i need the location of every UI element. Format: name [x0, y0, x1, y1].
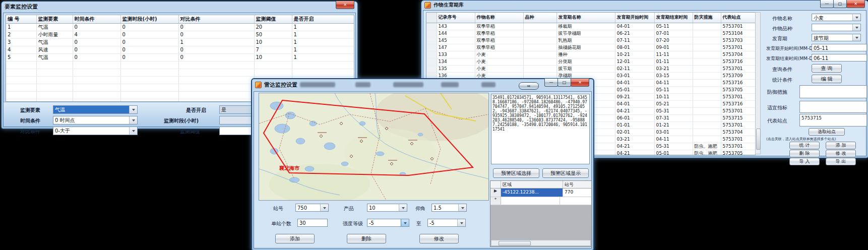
- chevron-down-icon[interactable]: [320, 204, 328, 211]
- column-header[interactable]: 监测要素: [36, 15, 73, 23]
- vertical-scrollbar[interactable]: [755, 12, 761, 154]
- export-button[interactable]: 导 出: [826, 158, 856, 165]
- column-header[interactable]: 时间条件: [73, 15, 120, 23]
- start-time-input[interactable]: 05-11: [812, 44, 867, 51]
- time-condition-combobox[interactable]: 0 时间点: [53, 116, 138, 124]
- grid-column-area[interactable]: 区域: [501, 181, 563, 188]
- to-combobox[interactable]: -5: [427, 219, 466, 227]
- table-row[interactable]: 145双季早稻乳熟期07-1107-205753703: [426, 37, 755, 44]
- app-icon: [424, 2, 431, 9]
- column-header[interactable]: 编 号: [6, 15, 36, 23]
- table-cell: 05-01: [654, 150, 693, 155]
- restore-icon[interactable]: ⇔: [519, 82, 539, 90]
- chevron-down-icon[interactable]: [129, 127, 137, 135]
- edit-button[interactable]: 编 辑: [812, 75, 842, 83]
- table-row[interactable]: [6, 69, 354, 76]
- table-row[interactable]: [6, 61, 354, 69]
- minimize-icon[interactable]: —: [820, 0, 834, 8]
- chevron-down-icon[interactable]: [401, 219, 409, 226]
- table-cell: [693, 129, 721, 136]
- column-header[interactable]: 防灾措施: [693, 13, 721, 23]
- elevation-combobox[interactable]: 1.5: [431, 204, 467, 212]
- chevron-down-icon[interactable]: [129, 106, 137, 113]
- column-header[interactable]: 监测阈值: [254, 15, 292, 23]
- pick-station-button[interactable]: 选取站点: [809, 128, 845, 136]
- table-cell: 03-01: [654, 129, 693, 136]
- column-header[interactable]: 监测时段(小时): [120, 15, 178, 23]
- close-icon[interactable]: ✕: [336, 1, 354, 9]
- warning-area-select-button[interactable]: 预警区域选择: [493, 168, 539, 178]
- minimize-icon[interactable]: —: [544, 79, 558, 87]
- crop-name-combobox[interactable]: 小麦: [812, 14, 861, 21]
- delete-button[interactable]: 删 除: [789, 150, 820, 157]
- table-cell: 5753701: [721, 143, 755, 150]
- grid-row-selected[interactable]: ▶ -45122.12238... 770: [490, 189, 591, 197]
- table-row[interactable]: 2小时雨量400501: [6, 31, 354, 38]
- warning-area-show-button[interactable]: 预警区域显示: [542, 168, 589, 178]
- column-header[interactable]: 作物名称: [475, 13, 523, 23]
- stat-button[interactable]: 统 计: [789, 142, 820, 149]
- table-cell: 01-21: [654, 121, 693, 129]
- column-header[interactable]: 对比条件: [178, 15, 254, 23]
- column-header[interactable]: 发育期开始时间: [615, 13, 654, 23]
- scrollbar-thumb[interactable]: [756, 129, 761, 150]
- table-row[interactable]: 3气温001101: [6, 38, 354, 46]
- close-icon[interactable]: ✕: [571, 79, 589, 87]
- element-combobox[interactable]: 气温: [53, 105, 138, 114]
- station-no-combobox[interactable]: 750: [295, 204, 329, 212]
- chevron-down-icon[interactable]: [457, 219, 465, 226]
- suitable-textarea[interactable]: [799, 101, 867, 113]
- table-row[interactable]: 135小麦拔节期02-1103-215753701: [426, 65, 755, 72]
- maximize-icon[interactable]: □: [833, 0, 847, 8]
- table-row[interactable]: 144双季早稻拔节孕穗期06-2107-015753104: [426, 30, 755, 37]
- map-view[interactable]: 襄北海市: [259, 93, 489, 201]
- add-button[interactable]: 添 加: [826, 142, 856, 149]
- chevron-down-icon[interactable]: [852, 34, 860, 41]
- maximize-icon[interactable]: □: [557, 79, 571, 87]
- horizontal-scrollbar[interactable]: [491, 240, 591, 246]
- titlebar[interactable]: 作物生育期库 — □ ✕: [421, 1, 868, 10]
- grid-column-station[interactable]: 站号: [563, 181, 591, 188]
- scrollbar-thumb[interactable]: [499, 241, 531, 246]
- table-row[interactable]: 147双季早稻抽穗扬花期08-0109-015753701: [426, 44, 755, 51]
- titlebar[interactable]: 雷达监控设置 ⇔ — □ ✕: [252, 79, 593, 90]
- table-row[interactable]: 4风速00071: [6, 46, 354, 53]
- delete-button[interactable]: 删除: [347, 234, 386, 243]
- column-header[interactable]: 记录序号: [437, 13, 475, 23]
- modify-button[interactable]: 修改: [419, 234, 459, 243]
- chevron-down-icon[interactable]: [129, 116, 137, 124]
- column-header[interactable]: 发育期结束时间: [654, 13, 693, 23]
- variety-combobox[interactable]: [812, 24, 861, 31]
- chevron-down-icon[interactable]: [852, 24, 860, 31]
- column-header[interactable]: 发育期名称: [556, 13, 615, 23]
- column-header[interactable]: 品种: [523, 13, 556, 23]
- import-button[interactable]: 导 入: [789, 158, 820, 165]
- close-icon[interactable]: ✕: [846, 0, 865, 8]
- add-button[interactable]: 添加: [275, 234, 315, 243]
- chevron-down-icon[interactable]: [852, 14, 860, 21]
- end-time-input[interactable]: 06-11: [812, 54, 867, 61]
- chevron-down-icon[interactable]: [458, 204, 466, 211]
- grid-row-new[interactable]: *: [490, 197, 591, 205]
- chevron-down-icon[interactable]: [399, 204, 407, 211]
- table-row[interactable]: 133小麦播种10-2111-115753704: [426, 51, 755, 58]
- defense-textarea[interactable]: [799, 85, 867, 98]
- compare-condition-combobox[interactable]: 0-大于: [53, 127, 138, 135]
- coordinates-textarea[interactable]: 35491.0172034571, 905914.13117541, 63458…: [491, 94, 590, 164]
- column-header[interactable]: 是否开启: [292, 15, 354, 23]
- titlebar[interactable]: 要素监控设置 ✕: [2, 2, 357, 12]
- table-row[interactable]: 5气温000101: [6, 53, 354, 61]
- table-cell: 04-11: [654, 136, 693, 143]
- query-button[interactable]: 查 询: [812, 64, 842, 73]
- table-cell: 0: [120, 38, 178, 46]
- intensity-combobox[interactable]: -5: [367, 219, 409, 227]
- modify-button[interactable]: 修 改: [826, 150, 856, 157]
- station-textarea[interactable]: 5753715: [799, 114, 867, 127]
- table-row[interactable]: 134小麦分蘖期12-0101-115753716: [426, 58, 755, 65]
- period-combobox[interactable]: 拔节期: [812, 34, 861, 41]
- table-row[interactable]: 1气温000201: [6, 23, 354, 31]
- column-header[interactable]: 代表站点: [721, 13, 755, 23]
- table-row[interactable]: 143双季早稻移栽期04-0105-115753701: [426, 23, 755, 30]
- count-input[interactable]: 30: [297, 219, 328, 227]
- product-combobox[interactable]: 10: [367, 204, 407, 212]
